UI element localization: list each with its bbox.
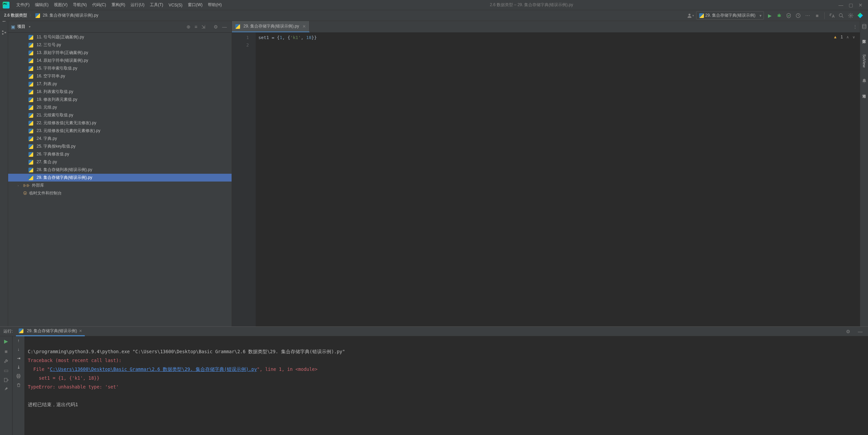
warning-icon[interactable]: ▲	[833, 35, 837, 39]
settings-icon[interactable]: ⚙	[212, 24, 220, 30]
editor-tab-more-icon[interactable]: ⋮	[850, 21, 860, 32]
hide-icon[interactable]: —	[220, 24, 229, 30]
tree-external-lib[interactable]: ›⊪⊪外部库	[8, 182, 232, 189]
tree-file-item[interactable]: 14. 原始字符串(错误案例).py	[8, 57, 232, 64]
coverage-icon[interactable]	[785, 12, 792, 19]
run-icon[interactable]: ▶	[766, 12, 773, 19]
run-config-select[interactable]: 29. 集合存储字典(错误示例)	[696, 11, 764, 20]
trash-icon[interactable]	[16, 383, 21, 387]
translate-icon[interactable]	[828, 12, 835, 19]
project-tree[interactable]: 11. 引号问题(正确案例).py12. 三引号.py13. 原始字符串(正确案…	[8, 33, 232, 326]
menu-run[interactable]: 运行(U)	[128, 0, 147, 10]
tree-file-item[interactable]: 11. 引号问题(正确案例).py	[8, 33, 232, 41]
breadcrumb-file[interactable]: 29. 集合存储字典(错误示例).py	[43, 13, 98, 18]
left-tab-project[interactable]: 项目	[1, 22, 7, 26]
right-tab-sciview[interactable]: SciView	[862, 52, 867, 70]
hide-icon[interactable]: —	[856, 329, 865, 334]
editor-body[interactable]: 1 2 set1 = {1, {'k1', 18}} ▲ 1 ∧ ∨	[232, 33, 860, 326]
project-view-select[interactable]: ▣ 项目 ▾	[11, 24, 31, 30]
close-tab-icon[interactable]: ✕	[79, 329, 82, 333]
settings-icon[interactable]: ⚙	[844, 329, 852, 334]
structure-icon[interactable]	[1, 30, 7, 35]
search-icon[interactable]	[837, 12, 845, 19]
run-tab-label: 29. 集合存储字典(错误示例)	[27, 328, 77, 334]
tree-file-item[interactable]: 16. 空字符串.py	[8, 72, 232, 80]
layout-icon[interactable]: ▭	[4, 367, 8, 374]
tree-file-item[interactable]: 24. 字典.py	[8, 135, 232, 143]
tree-file-item[interactable]: 15. 字符串索引取值.py	[8, 64, 232, 72]
select-opened-file-icon[interactable]: ⊕	[184, 24, 193, 30]
run-body: ▶ ■ ▭ ↑ ↓ ⇥ ⤓ C:\programming\	[0, 336, 868, 435]
close-tab-icon[interactable]: ✕	[302, 24, 306, 29]
next-highlight-icon[interactable]: ∨	[852, 35, 855, 39]
concurrency-icon[interactable]: ⋯	[804, 12, 811, 19]
stop-icon[interactable]: ■	[813, 12, 821, 19]
menu-view[interactable]: 视图(V)	[51, 0, 70, 10]
tree-file-item[interactable]: 22. 元组修改值(元素无法修改).py	[8, 119, 232, 127]
print-icon[interactable]	[16, 374, 21, 379]
prev-highlight-icon[interactable]: ∧	[846, 35, 849, 39]
run-tab-active[interactable]: 29. 集合存储字典(错误示例) ✕	[16, 327, 85, 336]
collapse-all-icon[interactable]: ⇲	[199, 24, 208, 30]
chevron-down-icon: ▾	[29, 25, 31, 29]
menu-vcs[interactable]: VCS(S)	[166, 0, 185, 10]
tree-file-item[interactable]: 18. 列表索引取值.py	[8, 88, 232, 96]
menu-edit[interactable]: 编辑(E)	[32, 0, 51, 10]
rerun-icon[interactable]: ▶	[4, 338, 8, 344]
settings-icon[interactable]	[847, 12, 854, 19]
console-file-link[interactable]: C:\Users\13600\Desktop\Basic Grammar\2.6…	[50, 366, 257, 372]
tree-file-item[interactable]: 23. 元组修改值(元素的元素修改).py	[8, 127, 232, 135]
tree-file-item[interactable]: 29. 集合存储字典(错误示例).py	[8, 174, 232, 182]
menu-refactor[interactable]: 重构(R)	[109, 0, 128, 10]
menu-tools[interactable]: 工具(T)	[147, 0, 166, 10]
code-area[interactable]: set1 = {1, {'k1', 18}}	[256, 33, 860, 326]
stop-icon[interactable]: ■	[4, 348, 7, 354]
database-icon[interactable]	[862, 24, 867, 29]
tree-label: 外部库	[32, 183, 44, 188]
editor-tab-active[interactable]: 29. 集合存储字典(错误示例).py ✕	[232, 21, 310, 32]
soft-wrap-icon[interactable]: ⇥	[17, 356, 20, 361]
profile-icon[interactable]	[794, 12, 802, 19]
menu-file[interactable]: 文件(F)	[14, 0, 32, 10]
user-icon[interactable]: ▾	[687, 12, 694, 19]
right-tab-notifications[interactable]: 通知	[861, 89, 867, 93]
menu-help[interactable]: 帮助(H)	[205, 0, 224, 10]
breadcrumb: 2.6 数据类型 〉 29. 集合存储字典(错误示例).py	[4, 13, 98, 18]
tree-file-item[interactable]: 25. 字典按key取值.py	[8, 143, 232, 150]
tree-file-item[interactable]: 28. 集合存储列表(错误示例).py	[8, 166, 232, 174]
tree-file-item[interactable]: 26. 字典修改值.py	[8, 150, 232, 158]
menu-code[interactable]: 代码(C)	[90, 0, 109, 10]
minimize-icon[interactable]: —	[839, 2, 843, 8]
tree-file-item[interactable]: 20. 元组.py	[8, 103, 232, 111]
tree-file-label: 29. 集合存储字典(错误示例).py	[37, 175, 92, 181]
svg-rect-11	[2, 31, 3, 32]
wrench-icon[interactable]	[4, 358, 9, 363]
menu-navigate[interactable]: 导航(N)	[70, 0, 90, 10]
tree-scratches[interactable]: ⦿临时文件和控制台	[8, 189, 232, 197]
tree-file-item[interactable]: 12. 三引号.py	[8, 41, 232, 49]
main-area: 项目 ▣ 项目 ▾ ⊕ ≡ ⇲ ⚙ — 11. 引号问题(正确案例).py12.…	[0, 21, 868, 326]
tree-file-item[interactable]: 19. 修改列表元素值.py	[8, 96, 232, 103]
console-exit: 进程已结束，退出代码1	[28, 402, 78, 407]
python-file-icon	[28, 160, 33, 165]
console-output[interactable]: C:\programming\python3.9.4\python.exe "C…	[24, 336, 868, 435]
exit-icon[interactable]	[4, 378, 8, 382]
expand-all-icon[interactable]: ≡	[193, 24, 199, 30]
right-tab-database[interactable]: 数据库	[861, 35, 867, 39]
svg-line-9	[842, 16, 843, 18]
down-icon[interactable]: ↓	[18, 347, 20, 352]
menu-window[interactable]: 窗口(W)	[185, 0, 205, 10]
tree-file-item[interactable]: 27. 集合.py	[8, 158, 232, 166]
scroll-to-end-icon[interactable]: ⤓	[17, 365, 20, 370]
up-icon[interactable]: ↑	[18, 338, 20, 343]
debug-icon[interactable]	[775, 12, 783, 19]
tree-file-item[interactable]: 13. 原始字符串(正确案例).py	[8, 49, 232, 57]
maximize-icon[interactable]: ▢	[849, 2, 853, 8]
code-with-me-icon[interactable]	[856, 12, 864, 19]
bell-icon[interactable]	[862, 78, 867, 84]
breadcrumb-root[interactable]: 2.6 数据类型	[4, 13, 27, 18]
tree-file-item[interactable]: 17. 列表.py	[8, 80, 232, 88]
pin-icon[interactable]	[4, 386, 8, 391]
tree-file-item[interactable]: 21. 元组索引取值.py	[8, 111, 232, 119]
close-icon[interactable]: ✕	[859, 2, 863, 8]
